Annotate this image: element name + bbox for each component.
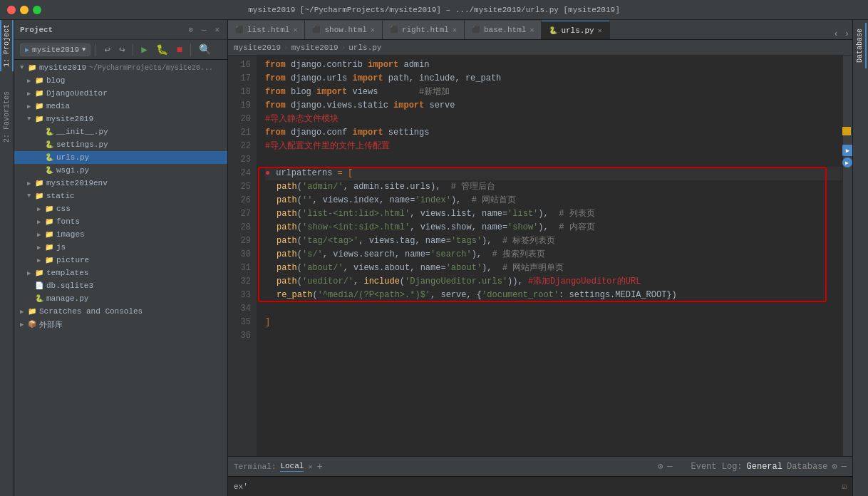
line-num-32: 32 <box>228 275 251 289</box>
database-tab[interactable]: Database <box>787 462 828 472</box>
tree-label: css <box>56 205 71 213</box>
right-gutter: ▶ ▶ <box>842 56 852 456</box>
tab-close-icon[interactable]: ✕ <box>371 26 375 34</box>
terminal-close-icon[interactable]: ✕ <box>308 463 312 471</box>
run-config-name: mysite2019 <box>32 46 79 54</box>
tab-label: list.html <box>247 26 289 34</box>
tree-item-settings[interactable]: 🐍 settings.py <box>14 138 227 151</box>
tab-scroll-left-icon[interactable]: ‹ <box>831 29 842 39</box>
tree-label: settings.py <box>56 140 108 149</box>
run-icon[interactable]: ▶ <box>138 42 150 57</box>
code-line-16: from django.contrib import admin <box>265 58 842 72</box>
tree-item-media[interactable]: ▶ 📁 media <box>14 100 227 113</box>
tree-item-css[interactable]: ▶ 📁 css <box>14 202 227 215</box>
tabs-bar: ⬛ list.html ✕ ⬛ show.html ✕ ⬛ right.html… <box>228 20 852 40</box>
line-num-26: 26 <box>228 194 251 207</box>
tree-label: mysite2019env <box>46 179 108 187</box>
general-tab[interactable]: General <box>747 462 782 472</box>
project-collapse-icon[interactable]: — <box>200 25 209 35</box>
tree-label: mysite2019 <box>39 63 86 72</box>
terminal-prompt: ex' <box>234 482 248 491</box>
titlebar-text: mysite2019 [~/PycharmProjects/mysite2019… <box>248 6 620 14</box>
tab-close-icon[interactable]: ✕ <box>598 26 602 35</box>
breadcrumb-item-2[interactable]: mysite2019 <box>291 43 339 52</box>
tree-label: mysite2019 <box>46 115 93 123</box>
maximize-button[interactable] <box>33 6 41 14</box>
undo-icon[interactable]: ↩ <box>101 42 113 57</box>
tree-item-mysite2019-inner[interactable]: ▼ 📁 mysite2019 <box>14 113 227 125</box>
tree-item-static[interactable]: ▼ 📁 static <box>14 190 227 202</box>
stop-icon[interactable]: ■ <box>174 43 185 57</box>
settings-gear-icon[interactable]: ⚙ <box>658 461 663 472</box>
breadcrumb-item-1[interactable]: mysite2019 <box>234 43 281 52</box>
favorites-tab[interactable]: 2: Favorites <box>1 86 12 148</box>
tree-item-js[interactable]: ▶ 📁 js <box>14 241 227 254</box>
bottom-settings-icon[interactable]: ⚙ <box>832 461 837 472</box>
minimize-button[interactable] <box>20 6 29 14</box>
code-line-30: path('s/', views.search, name='search'),… <box>265 248 842 262</box>
line-num-18: 18 <box>228 86 251 99</box>
local-tab[interactable]: Local <box>280 462 304 472</box>
redo-icon[interactable]: ↪ <box>116 42 128 57</box>
code-editor[interactable]: from django.contrib import admin from dj… <box>257 56 842 456</box>
tree-label: js <box>56 243 66 252</box>
breadcrumb: mysite2019 › mysite2019 › urls.py <box>228 40 852 56</box>
line-num-34: 34 <box>228 302 251 316</box>
minimize-panel-icon[interactable]: — <box>667 462 672 472</box>
tab-show-html[interactable]: ⬛ show.html ✕ <box>305 21 382 39</box>
tree-item-templates[interactable]: ▶ 📁 templates <box>14 267 227 279</box>
run-gutter-btn[interactable]: ▶ <box>842 145 853 156</box>
code-line-26: path('', views.index, name='index'), # 网… <box>265 194 842 207</box>
tab-scroll-right-icon[interactable]: › <box>842 29 852 39</box>
tree-label: db.sqlite3 <box>46 281 93 290</box>
tree-label: fonts <box>56 217 80 226</box>
project-tab[interactable]: 1: Project <box>0 20 14 71</box>
tree-item-images[interactable]: ▶ 📁 images <box>14 228 227 241</box>
left-side-tabs: 1: Project 2: Favorites <box>0 20 14 496</box>
run-config-dropdown[interactable]: ▶ mysite2019 ▼ <box>20 43 91 56</box>
line-num-35: 35 <box>228 316 251 329</box>
tab-close-icon[interactable]: ✕ <box>293 26 297 34</box>
tree-item-picture[interactable]: ▶ 📁 picture <box>14 254 227 267</box>
tree-item-mysite2019env[interactable]: ▶ 📁 mysite2019env <box>14 177 227 190</box>
database-side-tab[interactable]: Database <box>854 23 867 68</box>
project-gear-icon[interactable]: ✕ <box>212 24 222 35</box>
tree-label: DjangoUeditor <box>46 89 108 98</box>
tab-urls-py[interactable]: 🐍 urls.py ✕ <box>542 21 609 39</box>
code-line-36 <box>265 329 842 343</box>
tree-item-scratches[interactable]: ▶ 📁 Scratches and Consoles <box>14 305 227 318</box>
line-num-21: 21 <box>228 126 251 140</box>
tree-item-db[interactable]: 📄 db.sqlite3 <box>14 279 227 292</box>
tab-right-html[interactable]: ⬛ right.html ✕ <box>383 21 465 39</box>
debug-icon[interactable]: 🐛 <box>153 42 171 57</box>
tree-item-urls[interactable]: 🐍 urls.py <box>14 151 227 164</box>
tab-close-icon[interactable]: ✕ <box>529 26 534 34</box>
tree-item-blog[interactable]: ▶ 📁 blog <box>14 74 227 87</box>
debug-gutter-btn[interactable]: ▶ <box>842 157 852 167</box>
add-terminal-icon[interactable]: + <box>316 461 322 472</box>
tree-item-djangoueditor[interactable]: ▶ 📁 DjangoUeditor <box>14 87 227 100</box>
breadcrumb-item-3[interactable]: urls.py <box>348 43 381 52</box>
tree-item-manage[interactable]: 🐍 manage.py <box>14 292 227 305</box>
breadcrumb-sep-2: › <box>341 43 346 52</box>
close-button[interactable] <box>7 6 16 14</box>
search-icon[interactable]: 🔍 <box>196 42 214 57</box>
tab-base-html[interactable]: ⬛ base.html ✕ <box>465 21 542 39</box>
tab-label: right.html <box>402 26 449 34</box>
project-panel: Project ⚙ — ✕ ▶ mysite2019 ▼ ↩ ↪ ▶ 🐛 ■ 🔍 <box>14 20 228 496</box>
tree-item-mysite2019-root[interactable]: ▼ 📁 mysite2019 ~/PycharmProjects/mysite2… <box>14 61 227 74</box>
tree-label: picture <box>56 256 89 264</box>
code-container: 16 17 18 19 20 21 22 23 24 25 26 27 28 2… <box>228 56 852 456</box>
bottom-close-icon[interactable]: — <box>842 462 847 472</box>
tree-item-fonts[interactable]: ▶ 📁 fonts <box>14 215 227 228</box>
code-line-25: path('admin/', admin.site.urls), # 管理后台 <box>265 180 842 194</box>
project-settings-icon[interactable]: ⚙ <box>186 24 195 35</box>
tree-item-external-libs[interactable]: ▶ 📦 外部库 <box>14 318 227 331</box>
line-numbers: 16 17 18 19 20 21 22 23 24 25 26 27 28 2… <box>228 56 257 456</box>
tree-item-init[interactable]: 🐍 __init__.py <box>14 125 227 138</box>
project-panel-title: Project <box>20 26 182 34</box>
tab-close-icon[interactable]: ✕ <box>453 26 457 34</box>
tab-list-html[interactable]: ⬛ list.html ✕ <box>228 21 305 39</box>
code-line-35: ] <box>265 316 842 329</box>
tree-item-wsgi[interactable]: 🐍 wsgi.py <box>14 164 227 177</box>
